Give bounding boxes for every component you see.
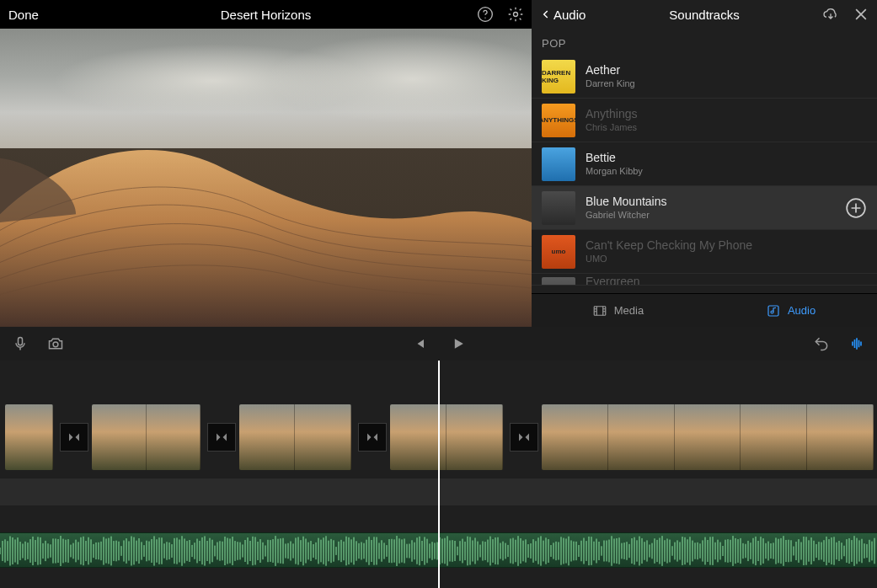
camera-icon[interactable] xyxy=(47,335,64,352)
transition-button[interactable] xyxy=(207,423,236,452)
track-row[interactable]: Evergreen xyxy=(532,274,877,286)
video-preview-pane: Done Desert Horizons xyxy=(0,0,532,327)
album-artwork xyxy=(542,277,575,286)
timeline[interactable] xyxy=(0,361,877,588)
tab-media[interactable]: Media xyxy=(532,294,704,327)
transition-button[interactable] xyxy=(358,423,387,452)
previous-icon[interactable] xyxy=(411,335,428,352)
svg-rect-6 xyxy=(19,338,23,345)
album-artwork xyxy=(542,147,575,181)
track-title: Aether xyxy=(586,62,867,78)
video-clip[interactable] xyxy=(239,404,351,470)
help-icon[interactable] xyxy=(476,5,495,24)
album-artwork: umo xyxy=(542,235,575,269)
album-artwork xyxy=(542,191,575,225)
track-artist: Chris James xyxy=(586,121,867,133)
back-button[interactable]: Audio xyxy=(540,8,586,22)
tab-audio[interactable]: Audio xyxy=(704,294,877,327)
svg-point-1 xyxy=(484,18,485,19)
track-row[interactable]: ANYTHINGSAnythingsChris James xyxy=(532,99,877,142)
project-title: Desert Horizons xyxy=(0,8,532,22)
tab-audio-label: Audio xyxy=(788,304,816,317)
audio-track[interactable] xyxy=(0,532,877,568)
timeline-gap-row xyxy=(0,478,877,505)
video-clip[interactable] xyxy=(542,404,874,470)
transition-button[interactable] xyxy=(60,423,88,452)
track-title: Evergreen xyxy=(586,274,867,286)
track-row[interactable]: DARREN KINGAetherDarren King xyxy=(532,55,877,99)
microphone-icon[interactable] xyxy=(12,335,29,352)
waveform-icon[interactable] xyxy=(848,335,865,352)
transport-bar xyxy=(0,327,877,361)
album-artwork: ANYTHINGS xyxy=(542,104,575,137)
download-cloud-icon[interactable] xyxy=(821,5,840,24)
track-title: Can't Keep Checking My Phone xyxy=(586,238,867,253)
track-artist: Gabriel Witcher xyxy=(586,209,845,221)
track-list[interactable]: DARREN KINGAetherDarren KingANYTHINGSAny… xyxy=(532,55,877,293)
transition-button[interactable] xyxy=(510,423,538,452)
close-icon[interactable] xyxy=(852,5,870,24)
svg-point-7 xyxy=(53,342,58,347)
done-button[interactable]: Done xyxy=(8,8,39,22)
video-preview[interactable] xyxy=(0,29,532,327)
svg-point-2 xyxy=(514,13,518,17)
video-clip[interactable] xyxy=(92,404,201,470)
track-title: Anythings xyxy=(586,106,867,121)
track-artist: UMO xyxy=(586,253,867,265)
audio-panel-header: Audio Soundtracks xyxy=(532,0,877,29)
audio-browser-panel: Audio Soundtracks POP DARREN KINGAetherD… xyxy=(532,0,877,327)
album-artwork: DARREN KING xyxy=(542,60,575,94)
track-artist: Darren King xyxy=(586,78,867,89)
svg-rect-4 xyxy=(594,306,606,315)
track-row[interactable]: BettieMorgan Kibby xyxy=(532,142,877,186)
settings-gear-icon[interactable] xyxy=(506,5,525,24)
video-clip[interactable] xyxy=(5,404,53,470)
track-title: Blue Mountains xyxy=(586,194,845,209)
video-clip[interactable] xyxy=(390,404,504,470)
track-artist: Morgan Kibby xyxy=(586,165,867,177)
add-track-button[interactable] xyxy=(845,197,867,219)
track-title: Bettie xyxy=(586,150,867,165)
track-row[interactable]: umoCan't Keep Checking My PhoneUMO xyxy=(532,230,877,274)
play-icon[interactable] xyxy=(450,335,467,352)
section-label-pop: POP xyxy=(532,29,877,55)
preview-header: Done Desert Horizons xyxy=(0,0,532,29)
track-row[interactable]: Blue MountainsGabriel Witcher xyxy=(532,186,877,230)
video-track[interactable] xyxy=(0,401,877,473)
undo-icon[interactable] xyxy=(813,335,830,352)
back-label: Audio xyxy=(553,8,586,22)
tab-media-label: Media xyxy=(614,304,644,317)
